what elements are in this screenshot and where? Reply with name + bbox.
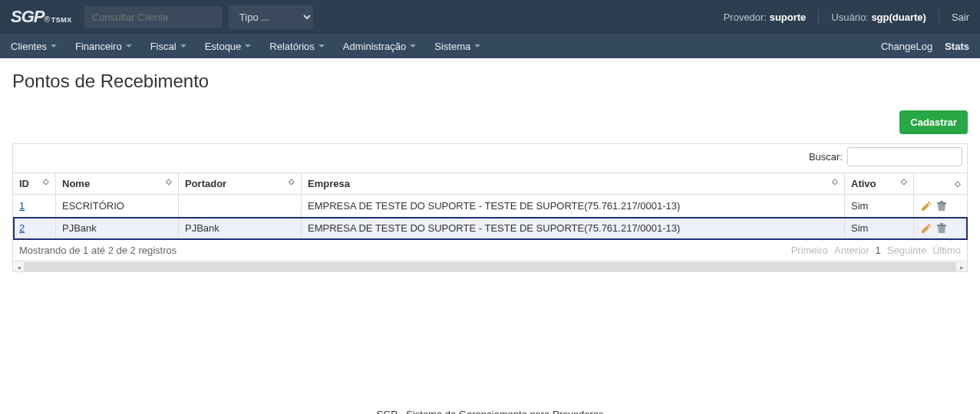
chevron-down-icon (474, 44, 480, 48)
menu-fiscal[interactable]: Fiscal (150, 41, 186, 52)
edit-icon[interactable] (920, 222, 932, 235)
provedor-block: Provedor: suporte (724, 12, 807, 23)
table-row[interactable]: 2PJBankPJBankEMPRESA DE TESTE DO SUPORTE… (13, 217, 968, 240)
sort-icon: ◇ (955, 180, 961, 188)
menubar: Clientes Financeiro Fiscal Estoque Relat… (0, 34, 980, 58)
table-footer: Mostrando de 1 até 2 de 2 registros Prim… (12, 240, 968, 261)
row-portador: PJBank (179, 217, 302, 240)
chevron-down-icon (410, 44, 416, 48)
menu-label: Relatórios (269, 41, 315, 52)
col-empresa-label: Empresa (308, 178, 350, 189)
chevron-down-icon (245, 44, 251, 48)
col-id-header[interactable]: ID◇ (13, 173, 56, 195)
consultar-cliente-input[interactable] (84, 6, 223, 28)
col-empresa-header[interactable]: Empresa◇ (302, 173, 845, 195)
chevron-down-icon (318, 44, 325, 48)
col-ativo-header[interactable]: Ativo◇ (845, 173, 914, 195)
horizontal-scrollbar[interactable]: ◂ ▸ (12, 261, 968, 272)
search-input[interactable] (847, 147, 962, 166)
logo-main: SGP (11, 7, 44, 27)
menu-financeiro[interactable]: Financeiro (75, 41, 132, 52)
table-body: 1ESCRITÓRIOEMPRESA DE TESTE DO SUPORTE -… (13, 195, 968, 240)
col-id-label: ID (19, 178, 29, 189)
svg-rect-1 (940, 201, 943, 202)
col-actions-header: ◇ (914, 173, 968, 195)
scroll-left-icon[interactable]: ◂ (13, 261, 24, 272)
menu-label: Financeiro (75, 41, 122, 52)
pager-primeiro[interactable]: Primeiro (791, 245, 828, 256)
col-nome-header[interactable]: Nome◇ (56, 173, 179, 195)
topbar-right: Provedor: suporte Usuário: sgp(duarte) S… (724, 9, 969, 25)
search-row: Buscar: (12, 143, 968, 172)
menubar-right: ChangeLog Stats (881, 41, 969, 52)
scroll-right-icon[interactable]: ▸ (956, 261, 967, 272)
pager-ultimo[interactable]: Último (932, 245, 961, 256)
menu-estoque[interactable]: Estoque (205, 41, 252, 52)
menu-administracao[interactable]: Administração (343, 41, 416, 52)
sort-icon: ◇ (43, 178, 49, 186)
sort-icon: ◇ (166, 178, 172, 186)
separator (818, 9, 819, 25)
usuario-label: Usuário: (831, 12, 868, 23)
svg-rect-0 (937, 202, 946, 204)
scroll-thumb[interactable] (24, 262, 956, 271)
chevron-down-icon (51, 44, 57, 48)
pontos-table: ID◇ Nome◇ Portador◇ Empresa◇ Ativo◇ ◇ 1E… (12, 172, 968, 240)
tipo-select[interactable]: Tipo ... (229, 5, 313, 29)
row-id-link[interactable]: 1 (19, 200, 25, 212)
page-content: Pontos de Recebimento Cadastrar Buscar: … (0, 58, 980, 284)
topbar: SGP® TSMX Tipo ... Provedor: suporte Usu… (0, 0, 980, 34)
app-logo[interactable]: SGP® TSMX (11, 7, 72, 27)
menu-label: Clientes (11, 41, 47, 52)
menu-label: Fiscal (150, 41, 177, 52)
menu-label: Administração (343, 41, 406, 52)
menu-changelog[interactable]: ChangeLog (881, 41, 932, 52)
pager-anterior[interactable]: Anterior (834, 245, 869, 256)
usuario-block: Usuário: sgp(duarte) (831, 12, 926, 23)
col-ativo-label: Ativo (851, 178, 876, 189)
col-portador-label: Portador (185, 178, 226, 189)
logout-link[interactable]: Sair (952, 12, 969, 23)
menu-label: Estoque (205, 41, 242, 52)
menu-relatorios[interactable]: Relatórios (269, 41, 325, 52)
page-title: Pontos de Recebimento (12, 71, 968, 92)
sort-icon: ◇ (289, 178, 295, 186)
col-nome-label: Nome (62, 178, 90, 189)
cadastrar-button[interactable]: Cadastrar (899, 110, 968, 134)
row-nome: PJBank (56, 217, 179, 240)
usuario-value: sgp(duarte) (871, 12, 926, 23)
table-row[interactable]: 1ESCRITÓRIOEMPRESA DE TESTE DO SUPORTE -… (13, 195, 968, 218)
provedor-value: suporte (770, 12, 807, 23)
pager: Primeiro Anterior 1 Seguinte Último (791, 245, 961, 256)
logo-sub: TSMX (51, 16, 72, 24)
menu-stats[interactable]: Stats (945, 41, 969, 52)
edit-icon[interactable] (920, 200, 932, 212)
chevron-down-icon (180, 44, 186, 48)
provedor-label: Provedor: (724, 12, 767, 23)
table-info: Mostrando de 1 até 2 de 2 registros (19, 245, 177, 256)
search-label: Buscar: (809, 151, 843, 163)
col-portador-header[interactable]: Portador◇ (179, 173, 302, 195)
chevron-down-icon (126, 44, 132, 48)
row-id-link[interactable]: 2 (19, 222, 25, 234)
page-footer: SGP - Sistema de Gerenciamento para Prov… (0, 407, 980, 414)
action-bar: Cadastrar (12, 110, 968, 134)
header-row: ID◇ Nome◇ Portador◇ Empresa◇ Ativo◇ ◇ (13, 173, 968, 195)
footer-line1: SGP - Sistema de Gerenciamento para Prov… (0, 407, 980, 414)
row-ativo: Sim (845, 195, 914, 218)
row-empresa: EMPRESA DE TESTE DO SUPORTE - TESTE DE S… (302, 195, 845, 218)
delete-icon[interactable] (935, 222, 948, 235)
sort-icon: ◇ (832, 178, 838, 186)
separator (939, 9, 939, 25)
pager-seguinte[interactable]: Seguinte (887, 245, 926, 256)
sort-icon: ◇ (901, 178, 907, 186)
menu-label: Sistema (434, 41, 470, 52)
row-portador (179, 195, 302, 218)
svg-rect-2 (937, 225, 946, 226)
row-ativo: Sim (845, 217, 914, 240)
svg-rect-3 (940, 223, 943, 225)
menu-sistema[interactable]: Sistema (434, 41, 480, 52)
delete-icon[interactable] (935, 200, 948, 212)
registered-icon: ® (44, 15, 49, 24)
menu-clientes[interactable]: Clientes (11, 41, 57, 52)
